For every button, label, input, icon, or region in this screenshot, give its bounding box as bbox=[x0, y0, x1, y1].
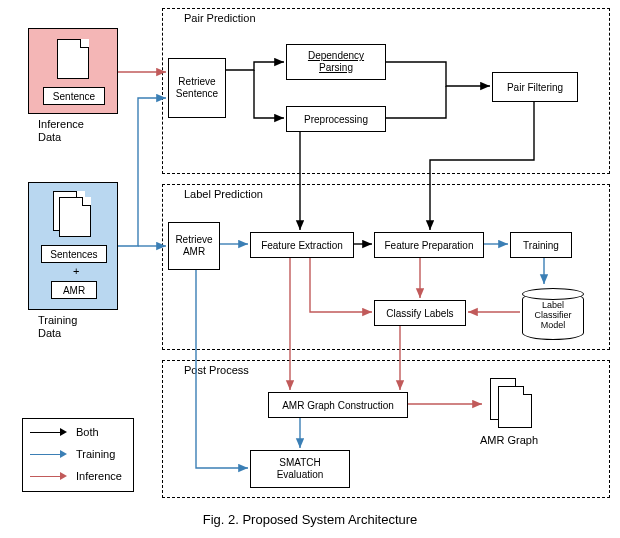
arrows-layer bbox=[0, 0, 620, 538]
